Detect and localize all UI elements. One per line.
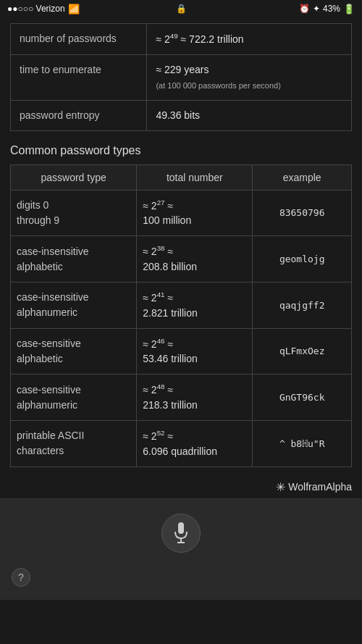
battery-icon: 🔋 xyxy=(343,4,355,14)
cell-example-ascii: ^ b8ℍu"R xyxy=(253,420,352,467)
mic-button[interactable] xyxy=(161,514,201,553)
table-row: case-insensitivealphabetic ≈ 238 ≈208.8 … xyxy=(11,236,352,283)
carrier-label: ●●○○○ Verizon xyxy=(7,4,65,14)
label-passwords: number of passwords xyxy=(11,24,147,55)
table-row: case-sensitivealphanumeric ≈ 248 ≈218.3 … xyxy=(11,375,352,421)
summary-table: number of passwords ≈ 249 ≈ 722.2 trilli… xyxy=(10,23,352,131)
cell-type-alpha-insensitive: case-insensitivealphabetic xyxy=(11,236,137,283)
cell-example-digits: 83650796 xyxy=(253,190,352,236)
cell-type-alphanum-insensitive: case-insensitivealphanumeric xyxy=(11,282,137,328)
table-row: time to enumerate ≈ 229 years(at 100 000… xyxy=(11,54,352,100)
cell-total-alphanum-insensitive: ≈ 241 ≈2.821 trillion xyxy=(137,282,253,328)
content-area: number of passwords ≈ 249 ≈ 722.2 trilli… xyxy=(0,17,362,473)
table-row: printable ASCIIcharacters ≈ 252 ≈6.096 q… xyxy=(11,420,352,467)
table-row: case-sensitivealphabetic ≈ 246 ≈53.46 tr… xyxy=(11,328,352,375)
table-row: number of passwords ≈ 249 ≈ 722.2 trilli… xyxy=(11,24,352,55)
cell-example-alpha-sensitive: qLFmxOez xyxy=(253,328,352,375)
cell-total-ascii: ≈ 252 ≈6.096 quadrillion xyxy=(137,420,253,467)
cell-example-alphanum-sensitive: GnGT96ck xyxy=(253,375,352,421)
col-header-example: example xyxy=(253,164,352,190)
value-passwords: ≈ 249 ≈ 722.2 trillion xyxy=(147,24,352,55)
wolfram-star-icon: ✳ xyxy=(276,480,285,494)
wifi-icon: 📶 xyxy=(68,4,80,14)
cell-type-ascii: printable ASCIIcharacters xyxy=(11,420,137,467)
label-time: time to enumerate xyxy=(11,54,147,100)
lock-icon: 🔒 xyxy=(176,4,187,14)
cell-total-alpha-sensitive: ≈ 246 ≈53.46 trillion xyxy=(137,328,253,375)
alarm-icon: ⏰ xyxy=(299,4,310,14)
status-right: ⏰ ✦ 43% 🔋 xyxy=(299,4,355,14)
cell-total-alpha-insensitive: ≈ 238 ≈208.8 billion xyxy=(137,236,253,283)
svg-rect-0 xyxy=(178,522,184,534)
wolfram-brand-label: WolframAlpha xyxy=(288,481,352,493)
value-entropy: 49.36 bits xyxy=(147,100,352,130)
cell-type-alpha-sensitive: case-sensitivealphabetic xyxy=(11,328,137,375)
help-label: ? xyxy=(18,572,24,583)
wolfram-footer: ✳ WolframAlpha xyxy=(0,473,362,498)
col-header-total: total number xyxy=(137,164,253,190)
cell-total-alphanum-sensitive: ≈ 248 ≈218.3 trillion xyxy=(137,375,253,421)
value-time: ≈ 229 years(at 100 000 passwords per sec… xyxy=(147,54,352,100)
battery-label: 43% xyxy=(323,4,340,14)
col-header-type: password type xyxy=(11,164,137,190)
table-row: password entropy 49.36 bits xyxy=(11,100,352,130)
cell-type-alphanum-sensitive: case-sensitivealphanumeric xyxy=(11,375,137,421)
table-header-row: password type total number example xyxy=(11,164,352,190)
main-table: password type total number example digit… xyxy=(10,164,352,467)
table-row: case-insensitivealphanumeric ≈ 241 ≈2.82… xyxy=(11,282,352,328)
mic-icon xyxy=(172,522,190,544)
help-button[interactable]: ? xyxy=(12,568,30,587)
status-bar: ●●○○○ Verizon 📶 🔒 ⏰ ✦ 43% 🔋 xyxy=(0,0,362,17)
cell-total-digits: ≈ 227 ≈100 million xyxy=(137,190,253,236)
bluetooth-icon: ✦ xyxy=(313,4,320,14)
section-title: Common password types xyxy=(10,144,352,157)
cell-type-digits: digits 0through 9 xyxy=(11,190,137,236)
cell-example-alphanum-insensitive: qaqjgff2 xyxy=(253,282,352,328)
cell-example-alpha-insensitive: geomlojg xyxy=(253,236,352,283)
status-left: ●●○○○ Verizon 📶 xyxy=(7,4,80,14)
bottom-toolbar: ? xyxy=(0,498,362,600)
table-row: digits 0through 9 ≈ 227 ≈100 million 836… xyxy=(11,190,352,236)
label-entropy: password entropy xyxy=(11,100,147,130)
